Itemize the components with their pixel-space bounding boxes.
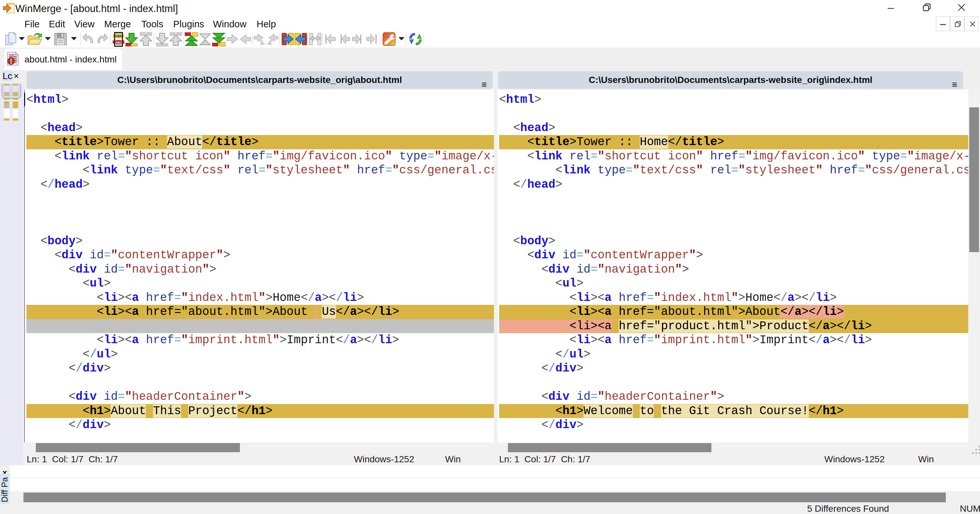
svg-text:CBA: CBA xyxy=(115,35,122,38)
svg-text:ABC: ABC xyxy=(115,41,122,44)
